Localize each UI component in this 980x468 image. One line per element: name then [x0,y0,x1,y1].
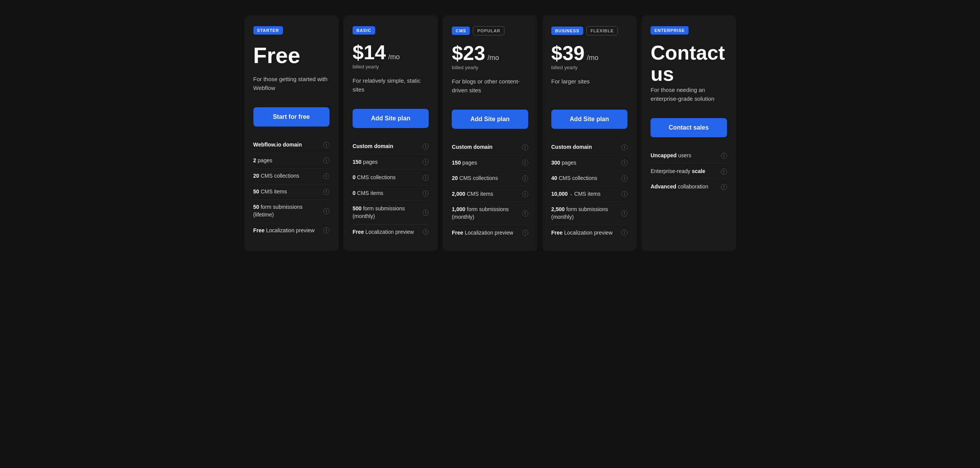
business-price-row: $39 /mo [551,43,627,63]
business-price-amount: $39 [551,43,585,63]
list-item: Free Localization preview i [353,224,429,240]
list-item: Free Localization preview i [452,225,528,241]
info-icon[interactable]: i [423,159,429,165]
list-item: 10,000 ⌄ CMS items i [551,186,627,202]
list-item: Custom domain i [452,140,528,155]
list-item: Advanced collaboration i [651,179,727,195]
plan-card-business: BUSINESS FLEXIBLE $39 /mo billed yearly … [542,15,637,251]
info-icon[interactable]: i [522,191,528,197]
info-icon[interactable]: i [621,160,627,166]
business-price-mo: /mo [587,54,598,62]
enterprise-badge: ENTERPRISE [651,26,689,35]
business-features: Custom domain i 300 pages i 40 CMS colle… [551,140,627,240]
plans-container: STARTER Free For those getting started w… [244,15,736,251]
basic-billed: billed yearly [353,64,429,70]
starter-price: Free [253,42,329,68]
list-item: Custom domain i [353,139,429,154]
info-icon[interactable]: i [621,230,627,236]
plan-card-cms: CMS POPULAR $23 /mo billed yearly For bl… [443,15,537,251]
starter-cta-button[interactable]: Start for free [253,107,329,127]
list-item: 150 pages i [353,154,429,170]
list-item: 50 form submissions (lifetime) i [253,199,329,222]
info-icon[interactable]: i [423,143,429,150]
info-icon[interactable]: i [621,144,627,150]
info-icon[interactable]: i [522,175,528,182]
basic-cta-button[interactable]: Add Site plan [353,109,429,128]
info-icon[interactable]: i [423,175,429,181]
plan-card-enterprise: ENTERPRISE Contact us For those needing … [641,15,736,251]
business-cta-button[interactable]: Add Site plan [551,110,627,129]
cms-billed: billed yearly [452,65,528,70]
list-item: Custom domain i [551,140,627,155]
business-flexible-badge: FLEXIBLE [586,26,618,35]
basic-price-row: $14 /mo [353,42,429,62]
business-badge: BUSINESS [551,27,583,35]
starter-badge: STARTER [253,26,283,35]
list-item: Webflow.io domain i [253,137,329,153]
info-icon[interactable]: i [323,227,329,233]
enterprise-features: Uncapped users i Enterprise-ready scale … [651,148,727,195]
info-icon[interactable]: i [522,230,528,236]
list-item: 2 pages i [253,153,329,168]
cms-badge: CMS [452,27,470,35]
cms-cta-button[interactable]: Add Site plan [452,110,528,129]
list-item: Free Localization preview i [551,225,627,241]
cms-popular-badge: POPULAR [473,26,504,35]
cms-features: Custom domain i 150 pages i 20 CMS colle… [452,140,528,240]
list-item: 150 pages i [452,155,528,171]
list-item: 0 CMS items i [353,185,429,201]
info-icon[interactable]: i [621,175,627,182]
list-item: 50 CMS items i [253,184,329,200]
info-icon[interactable]: i [721,168,727,175]
cms-price-amount: $23 [452,43,485,63]
info-icon[interactable]: i [522,144,528,150]
plan-header-cms: CMS POPULAR [452,26,528,35]
basic-features: Custom domain i 150 pages i 0 CMS collec… [353,139,429,240]
list-item: Enterprise-ready scale i [651,163,727,179]
basic-badge: BASIC [353,26,375,35]
cms-desc: For blogs or other content-driven sites [452,77,528,100]
cms-price-mo: /mo [488,54,499,62]
cms-price-row: $23 /mo [452,43,528,63]
info-icon[interactable]: i [323,157,329,163]
business-billed: billed yearly [551,65,627,70]
info-icon[interactable]: i [621,210,627,217]
basic-price-mo: /mo [388,53,400,61]
info-icon[interactable]: i [721,184,727,190]
chevron-down-icon[interactable]: ⌄ [569,191,573,197]
plan-header-basic: BASIC [353,26,429,35]
list-item: 500 form submissions (monthly) i [353,201,429,224]
list-item: Uncapped users i [651,148,727,163]
list-item: 300 pages i [551,155,627,171]
enterprise-cta-button[interactable]: Contact sales [651,118,727,137]
info-icon[interactable]: i [423,190,429,197]
list-item: 20 CMS collections i [253,168,329,184]
info-icon[interactable]: i [423,210,429,216]
basic-price-amount: $14 [353,42,386,62]
info-icon[interactable]: i [423,229,429,235]
plan-card-starter: STARTER Free For those getting started w… [244,15,339,251]
info-icon[interactable]: i [323,208,329,214]
list-item: 2,500 form submissions (monthly) i [551,202,627,225]
basic-desc: For relatively simple, static sites [353,77,429,100]
info-icon[interactable]: i [323,142,329,148]
plan-header-business: BUSINESS FLEXIBLE [551,26,627,35]
enterprise-desc: For those needing an enterprise-grade so… [651,86,727,109]
list-item: 40 CMS collections i [551,170,627,186]
info-icon[interactable]: i [522,160,528,166]
info-icon[interactable]: i [621,191,627,197]
starter-desc: For those getting started with Webflow [253,75,329,98]
plan-header-starter: STARTER [253,26,329,35]
list-item: 20 CMS collections i [452,170,528,186]
info-icon[interactable]: i [721,153,727,159]
info-icon[interactable]: i [323,189,329,195]
plan-header-enterprise: ENTERPRISE [651,26,727,35]
info-icon[interactable]: i [323,173,329,179]
list-item: 1,000 form submissions (monthly) i [452,202,528,225]
plan-card-basic: BASIC $14 /mo billed yearly For relative… [343,15,438,251]
list-item: Free Localization preview i [253,223,329,238]
business-desc: For larger sites [551,77,627,100]
info-icon[interactable]: i [522,210,528,217]
list-item: 2,000 CMS items i [452,186,528,202]
starter-features: Webflow.io domain i 2 pages i 20 CMS col… [253,137,329,238]
